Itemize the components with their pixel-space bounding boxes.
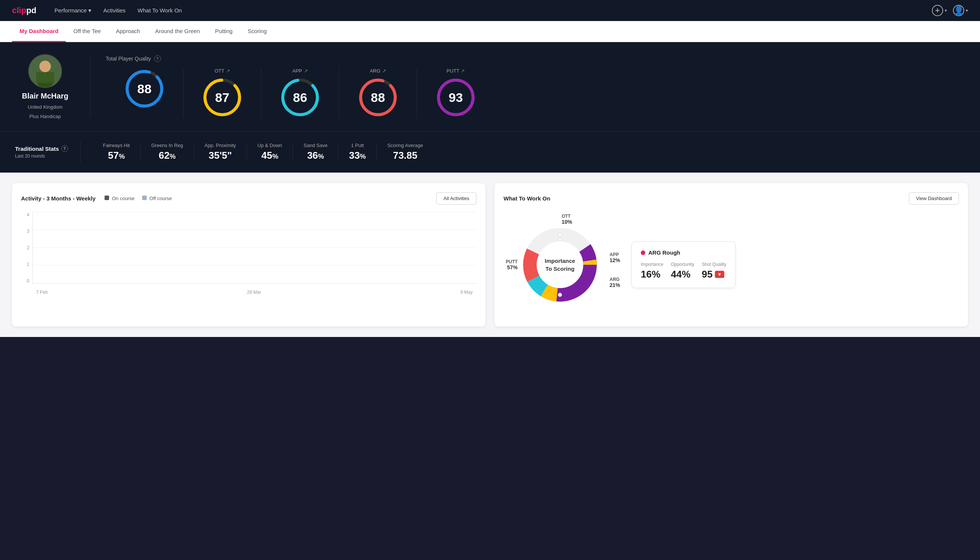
circle-arg: 88	[357, 77, 399, 118]
player-handicap: Plus Handicap	[29, 113, 61, 119]
tab-my-dashboard[interactable]: My Dashboard	[12, 21, 66, 42]
nav-performance[interactable]: Performance ▾	[55, 7, 92, 14]
chart-y-labels: 4 3 2 1 0	[21, 212, 32, 283]
app-score: 86	[293, 90, 307, 105]
bottom-section: Activity - 3 Months - Weekly On course O…	[0, 173, 980, 337]
info-card: ARG Rough Importance 16% Opportunity 44%	[631, 242, 735, 288]
app-trend-icon: ↗	[304, 68, 308, 74]
svg-rect-3	[36, 72, 54, 83]
score-card-putt: PUTT ↗ 93	[417, 68, 494, 118]
tab-putting[interactable]: Putting	[208, 21, 240, 42]
on-course-legend-dot	[105, 195, 109, 200]
score-card-ott: OTT ↗ 87	[183, 68, 261, 118]
stats-help-icon[interactable]: ?	[61, 145, 68, 152]
stats-divider	[80, 141, 80, 163]
ott-score: 87	[215, 90, 230, 105]
chart-title: Activity - 3 Months - Weekly	[21, 195, 95, 202]
total-score: 88	[137, 82, 151, 96]
stat-fairways-hit: Fairways Hit 57%	[93, 143, 141, 161]
score-cards: 88 OTT ↗ 87 APP	[106, 68, 965, 118]
info-metric-shot-quality: Shot Quality 95 ▼	[702, 262, 726, 280]
bars-container	[33, 212, 476, 283]
scores-section: Total Player Quality ? 88 OTT ↗	[106, 55, 965, 118]
arg-label-outer: ARG 21%	[610, 277, 620, 288]
circle-putt: 93	[435, 77, 476, 118]
chart-area: 4 3 2 1 0	[21, 212, 476, 295]
player-name: Blair McHarg	[22, 92, 68, 100]
stats-items: Fairways Hit 57% Greens In Reg 62% App. …	[93, 143, 965, 161]
circle-ott: 87	[201, 77, 243, 118]
traditional-stats-section: Traditional Stats ? Last 20 rounds Fairw…	[0, 132, 980, 173]
info-card-title: ARG Rough	[641, 249, 726, 256]
svg-point-1	[40, 60, 51, 72]
chart-header: Activity - 3 Months - Weekly On course O…	[21, 192, 476, 205]
donut-header: What To Work On View Dashboard	[504, 192, 959, 205]
stat-app-proximity: App. Proximity 35'5"	[194, 143, 247, 161]
tpq-help-icon[interactable]: ?	[154, 55, 161, 62]
player-country: United Kingdom	[28, 104, 63, 110]
x-labels: 7 Feb 28 Mar 9 May	[32, 290, 476, 295]
off-course-legend-dot	[142, 195, 146, 200]
app-label-outer: APP 12%	[610, 252, 620, 263]
user-menu-button[interactable]: 👤 ▾	[953, 5, 968, 16]
tab-around-the-green[interactable]: Around the Green	[147, 21, 207, 42]
stat-group-label: Traditional Stats ? Last 20 rounds	[15, 145, 68, 159]
view-dashboard-button[interactable]: View Dashboard	[909, 192, 959, 205]
tab-approach[interactable]: Approach	[108, 21, 147, 42]
nav-right: + ▾ 👤 ▾	[932, 5, 968, 16]
shot-quality-badge: ▼	[715, 271, 724, 278]
what-to-work-on-card: What To Work On View Dashboard PUTT 57% …	[494, 183, 968, 327]
donut-section: PUTT 57% OTT 10% APP 12% ARG 21%	[504, 212, 959, 317]
chart-legend: On course Off course	[105, 195, 172, 201]
putt-trend-icon: ↗	[461, 68, 465, 74]
nav-what-to-work-on[interactable]: What To Work On	[138, 7, 182, 14]
circle-app: 86	[280, 77, 321, 118]
score-card-app: APP ↗ 86	[261, 68, 339, 118]
info-metrics: Importance 16% Opportunity 44% Shot Qual…	[641, 262, 726, 280]
avatar	[28, 54, 62, 88]
putt-score: 93	[449, 90, 463, 105]
app-label: APP ↗	[292, 68, 308, 74]
circle-total: 88	[124, 68, 165, 110]
donut-title: What To Work On	[504, 195, 550, 202]
hero-section: Blair McHarg United Kingdom Plus Handica…	[0, 42, 980, 132]
donut-wrapper: PUTT 57% OTT 10% APP 12% ARG 21%	[504, 212, 624, 317]
stat-sand-save: Sand Save 36%	[293, 143, 338, 161]
stat-greens-in-reg: Greens In Reg 62%	[141, 143, 194, 161]
chart-bars-area	[32, 212, 476, 283]
ott-trend-icon: ↗	[226, 68, 230, 74]
chart-card: Activity - 3 Months - Weekly On course O…	[12, 183, 486, 327]
stat-up-down: Up & Down 45%	[247, 143, 293, 161]
putt-label: PUTT ↗	[447, 68, 465, 74]
info-metric-opportunity: Opportunity 44%	[671, 262, 694, 280]
stats-subtitle: Last 20 rounds	[15, 153, 68, 159]
tab-bar: My Dashboard Off the Tee Approach Around…	[0, 21, 980, 42]
donut-center-text: ImportanceTo Scoring	[545, 257, 576, 273]
putt-label-outer: PUTT 57%	[506, 259, 517, 270]
add-button[interactable]: + ▾	[932, 5, 947, 16]
top-nav: clippd Performance ▾ Activities What To …	[0, 0, 980, 21]
nav-activities[interactable]: Activities	[103, 7, 126, 14]
score-card-total: 88	[106, 68, 183, 118]
tab-off-the-tee[interactable]: Off the Tee	[66, 21, 108, 42]
logo[interactable]: clippd	[12, 6, 37, 15]
divider	[90, 57, 91, 117]
ott-label: OTT ↗	[215, 68, 230, 74]
nav-links: Performance ▾ Activities What To Work On	[55, 7, 932, 14]
all-activities-button[interactable]: All Activities	[436, 192, 476, 205]
score-card-arg: ARG ↗ 88	[339, 68, 417, 118]
arg-label: ARG ↗	[369, 68, 386, 74]
stat-1-putt: 1 Putt 33%	[338, 143, 377, 161]
tab-scoring[interactable]: Scoring	[240, 21, 274, 42]
stat-scoring-average: Scoring Average 73.85	[377, 143, 434, 161]
chevron-down-icon: ▾	[88, 7, 92, 14]
arg-trend-icon: ↗	[382, 68, 386, 74]
player-info: Blair McHarg United Kingdom Plus Handica…	[15, 54, 75, 119]
info-metric-importance: Importance 16%	[641, 262, 663, 280]
dot-pink-icon	[641, 250, 645, 255]
scores-header: Total Player Quality ?	[106, 55, 965, 62]
arg-score: 88	[371, 90, 385, 105]
